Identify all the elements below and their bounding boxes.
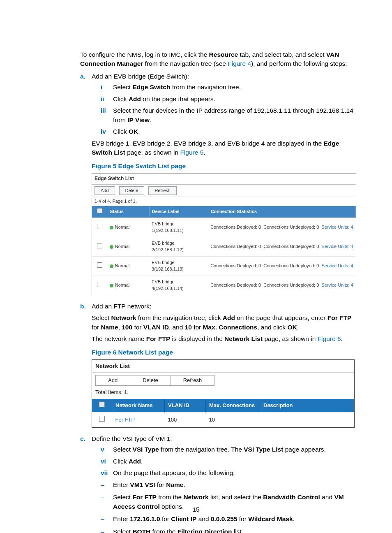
delete-button[interactable]: Delete — [119, 186, 145, 195]
step-b-instruction: Select Network from the navigation tree,… — [92, 313, 355, 332]
step-title: Define the VSI type of VM 1: — [92, 435, 172, 442]
link-figure-6[interactable]: Figure 6 — [318, 335, 341, 342]
text: tab, and select — [283, 51, 326, 58]
roman-marker: ii — [101, 95, 111, 104]
service-units-link[interactable]: Service Units: 4 — [321, 263, 353, 268]
step-b-result: The network name For FTP is displayed in… — [92, 334, 355, 343]
network-list-title: Network List — [92, 360, 354, 373]
table-row: Normal EVB bridge 3(192.168.1.13) Connec… — [92, 257, 356, 276]
step-c-d1: Enter VM1 VSI for Name. — [101, 480, 355, 489]
pager-text: 1-4 of 4. Page 1 of 1. — [92, 197, 356, 206]
figure-6-caption: Figure 6 Network List page — [92, 348, 355, 357]
table-row: For FTP 100 10 — [92, 412, 354, 427]
description-value — [260, 412, 354, 427]
text: ), and perform the following steps: — [251, 60, 347, 67]
bold-text: Resource — [209, 51, 238, 58]
network-list-toolbar: Add Delete Refresh — [92, 373, 354, 388]
step-a-ii: iiClick Add on the page that appears. — [101, 95, 355, 104]
figure-5-screenshot: Edge Switch List Add Delete Refresh 1-4 … — [92, 173, 356, 295]
device-label[interactable]: EVB bridge 2(192.168.1.12) — [149, 237, 208, 257]
row-checkbox[interactable] — [97, 243, 102, 248]
figure-5-caption: Figure 5 Edge Switch List page — [92, 162, 355, 171]
roman-marker: i — [101, 83, 111, 92]
network-name-header: Network Name — [112, 399, 165, 412]
link-figure-5[interactable]: Figure 5 — [180, 149, 203, 156]
page-number: 15 — [0, 505, 392, 514]
step-c-vii: viiOn the page that appears, do the foll… — [101, 468, 355, 477]
row-checkbox[interactable] — [97, 282, 102, 287]
vlan-id-value: 100 — [165, 412, 206, 427]
step-a-iv: ivClick OK. — [101, 127, 355, 136]
connection-stats-header: Connection Statistics — [208, 206, 355, 218]
roman-marker: iii — [101, 106, 111, 115]
text: from the navigation tree (see — [143, 60, 228, 67]
vlan-id-header: VLAN ID — [165, 399, 206, 412]
service-units-link[interactable]: Service Units: 4 — [321, 225, 353, 229]
text: tab, and select — [238, 51, 283, 58]
status-text: Normal — [115, 225, 129, 229]
step-a-i: iSelect Edge Switch from the navigation … — [101, 83, 355, 92]
step-a: a. Add an EVB bridge (Edge Switch): iSel… — [80, 72, 355, 295]
edge-switch-toolbar: Add Delete Refresh — [92, 185, 356, 197]
row-checkbox[interactable] — [99, 416, 105, 422]
status-dot-icon — [110, 264, 113, 268]
step-a-iii: iiiSelect the four devices in the IP add… — [101, 106, 355, 125]
step-c-vi: viClick Add. — [101, 457, 355, 466]
device-label[interactable]: EVB bridge 1(192.168.1.11) — [149, 218, 208, 237]
row-checkbox[interactable] — [97, 224, 102, 229]
refresh-button[interactable]: Refresh — [148, 186, 177, 195]
total-items-text: Total Items: 1. — [92, 388, 354, 399]
roman-marker: iv — [101, 127, 111, 136]
link-figure-4[interactable]: Figure 4 — [228, 60, 251, 67]
edge-switch-list-title: Edge Switch List — [92, 174, 356, 184]
roman-marker: v — [101, 445, 111, 454]
add-button[interactable]: Add — [95, 375, 130, 386]
step-a-result: EVB bridge 1, EVB bridge 2, EVB bridge 3… — [92, 139, 355, 158]
network-list-table: Network Name VLAN ID Max. Connections De… — [92, 399, 354, 427]
status-text: Normal — [115, 263, 129, 268]
step-title: Add an EVB bridge (Edge Switch): — [92, 73, 189, 80]
step-marker: c. — [80, 434, 89, 443]
add-button[interactable]: Add — [95, 186, 115, 195]
step-c: c. Define the VSI type of VM 1: vSelect … — [80, 434, 355, 533]
refresh-button[interactable]: Refresh — [171, 375, 215, 386]
status-text: Normal — [115, 283, 129, 287]
checkbox-icon[interactable] — [99, 401, 105, 407]
table-row: Normal EVB bridge 1(192.168.1.11) Connec… — [92, 218, 356, 237]
status-dot-icon — [110, 284, 113, 287]
status-header: Status — [107, 206, 149, 218]
roman-marker: vi — [101, 457, 111, 466]
row-checkbox[interactable] — [97, 262, 102, 268]
figure-6-screenshot: Network List Add Delete Refresh Total It… — [92, 359, 355, 428]
checkbox-icon[interactable] — [97, 208, 102, 213]
max-connections-value: 10 — [206, 412, 260, 427]
device-label[interactable]: EVB bridge 4(192.168.1.14) — [149, 276, 208, 294]
select-all-header[interactable] — [92, 399, 112, 412]
page-content: To configure the NMS, log in to IMC, cli… — [80, 50, 355, 533]
delete-button[interactable]: Delete — [130, 375, 171, 386]
device-label-header: Device Label — [149, 206, 208, 218]
text: To configure the NMS, log in to IMC, cli… — [80, 51, 209, 58]
intro-paragraph: To configure the NMS, log in to IMC, cli… — [80, 50, 355, 69]
step-title: Add an FTP network: — [92, 303, 151, 310]
network-name-link[interactable]: For FTP — [112, 412, 165, 427]
table-row: Normal EVB bridge 4(192.168.1.14) Connec… — [92, 276, 356, 294]
roman-marker: vii — [101, 468, 111, 477]
edge-switch-table: Status Device Label Connection Statistic… — [92, 206, 356, 294]
max-connections-header: Max. Connections — [206, 399, 260, 412]
status-dot-icon — [110, 226, 113, 229]
step-c-d4: Select BOTH from the Filtering Direction… — [101, 527, 355, 533]
step-b: b. Add an FTP network: Select Network fr… — [80, 302, 355, 428]
table-row: Normal EVB bridge 2(192.168.1.12) Connec… — [92, 237, 356, 257]
service-units-link[interactable]: Service Units: 4 — [321, 283, 353, 287]
status-dot-icon — [110, 245, 113, 249]
step-marker: a. — [80, 72, 89, 81]
status-text: Normal — [115, 244, 129, 249]
step-marker: b. — [80, 302, 89, 311]
service-units-link[interactable]: Service Units: 4 — [321, 244, 353, 249]
description-header: Description — [260, 399, 354, 412]
step-c-v: vSelect VSI Type from the navigation tre… — [101, 445, 355, 454]
select-all-header[interactable] — [92, 206, 107, 218]
device-label[interactable]: EVB bridge 3(192.168.1.13) — [149, 257, 208, 276]
step-c-d3: Enter 172.16.1.0 for Client IP and 0.0.0… — [101, 514, 355, 524]
